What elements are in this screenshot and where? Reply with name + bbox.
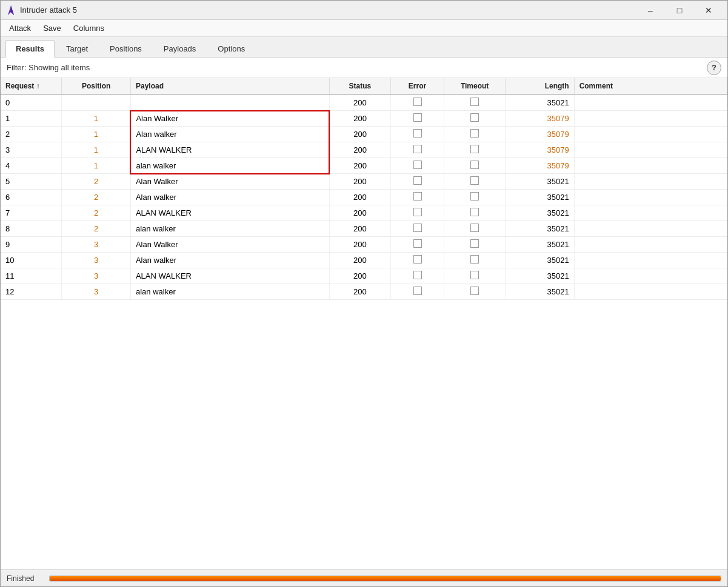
minimize-button[interactable]: – bbox=[636, 1, 664, 19]
cell-timeout bbox=[444, 127, 506, 142]
cell-request: 0 bbox=[1, 95, 62, 111]
cell-request: 12 bbox=[1, 284, 62, 300]
cell-payload bbox=[130, 95, 329, 111]
cell-status: 200 bbox=[329, 127, 390, 142]
tab-options[interactable]: Options bbox=[207, 40, 255, 57]
main-window: Intruder attack 5 – □ ✕ Attack Save Colu… bbox=[0, 0, 728, 587]
cell-error bbox=[390, 127, 444, 142]
cell-request: 8 bbox=[1, 221, 62, 237]
status-bar: Finished bbox=[1, 569, 727, 586]
progress-bar-fill bbox=[50, 576, 721, 581]
window-title: Intruder attack 5 bbox=[20, 5, 636, 15]
cell-payload: ALAN WALKER bbox=[130, 268, 329, 284]
cell-position: 2 bbox=[62, 174, 131, 190]
cell-request: 7 bbox=[1, 205, 62, 221]
menu-columns[interactable]: Columns bbox=[67, 21, 110, 35]
table-row[interactable]: 52Alan Walker20035021 bbox=[1, 174, 727, 190]
cell-length: 35021 bbox=[506, 253, 575, 268]
cell-position: 1 bbox=[62, 142, 131, 158]
tab-payloads[interactable]: Payloads bbox=[153, 40, 206, 57]
cell-error bbox=[390, 174, 444, 190]
cell-request: 6 bbox=[1, 190, 62, 205]
menu-save[interactable]: Save bbox=[37, 21, 67, 35]
cell-error bbox=[390, 111, 444, 127]
cell-error bbox=[390, 190, 444, 205]
table-header-row: Request ↑ Position Payload Status Error … bbox=[1, 78, 727, 95]
filter-bar: Filter: Showing all items ? bbox=[1, 58, 727, 78]
cell-comment bbox=[574, 174, 727, 190]
cell-position: 1 bbox=[62, 127, 131, 142]
table-row[interactable]: 21Alan walker20035079 bbox=[1, 127, 727, 142]
cell-comment bbox=[574, 127, 727, 142]
cell-length: 35021 bbox=[506, 95, 575, 111]
col-header-position[interactable]: Position bbox=[62, 78, 131, 95]
tab-target[interactable]: Target bbox=[56, 40, 98, 57]
cell-request: 2 bbox=[1, 127, 62, 142]
col-header-timeout[interactable]: Timeout bbox=[444, 78, 506, 95]
title-bar: Intruder attack 5 – □ ✕ bbox=[1, 1, 727, 20]
cell-position: 2 bbox=[62, 205, 131, 221]
cell-length: 35021 bbox=[506, 268, 575, 284]
cell-timeout bbox=[444, 174, 506, 190]
cell-status: 200 bbox=[329, 142, 390, 158]
cell-status: 200 bbox=[329, 268, 390, 284]
cell-status: 200 bbox=[329, 95, 390, 111]
results-table-container[interactable]: Request ↑ Position Payload Status Error … bbox=[1, 78, 727, 569]
cell-status: 200 bbox=[329, 253, 390, 268]
table-row[interactable]: 93Alan Walker20035021 bbox=[1, 237, 727, 253]
cell-error bbox=[390, 284, 444, 300]
cell-request: 9 bbox=[1, 237, 62, 253]
tab-positions[interactable]: Positions bbox=[99, 40, 152, 57]
table-row[interactable]: 72ALAN WALKER20035021 bbox=[1, 205, 727, 221]
cell-request: 10 bbox=[1, 253, 62, 268]
cell-length: 35021 bbox=[506, 284, 575, 300]
cell-timeout bbox=[444, 158, 506, 174]
cell-payload: Alan walker bbox=[130, 127, 329, 142]
table-row[interactable]: 82alan walker20035021 bbox=[1, 221, 727, 237]
cell-comment bbox=[574, 95, 727, 111]
cell-payload: alan walker bbox=[130, 158, 329, 174]
cell-position: 1 bbox=[62, 158, 131, 174]
app-icon bbox=[5, 5, 16, 16]
col-header-comment[interactable]: Comment bbox=[574, 78, 727, 95]
filter-help-button[interactable]: ? bbox=[707, 61, 721, 75]
cell-comment bbox=[574, 237, 727, 253]
cell-length: 35021 bbox=[506, 237, 575, 253]
table-row[interactable]: 11Alan Walker20035079 bbox=[1, 111, 727, 127]
cell-status: 200 bbox=[329, 158, 390, 174]
table-row[interactable]: 123alan walker20035021 bbox=[1, 284, 727, 300]
col-header-error[interactable]: Error bbox=[390, 78, 444, 95]
col-header-payload[interactable]: Payload bbox=[130, 78, 329, 95]
cell-status: 200 bbox=[329, 221, 390, 237]
svg-marker-1 bbox=[11, 5, 14, 15]
table-row[interactable]: 31ALAN WALKER20035079 bbox=[1, 142, 727, 158]
cell-timeout bbox=[444, 190, 506, 205]
cell-length: 35079 bbox=[506, 142, 575, 158]
col-header-request[interactable]: Request ↑ bbox=[1, 78, 62, 95]
col-header-length[interactable]: Length bbox=[506, 78, 575, 95]
table-row[interactable]: 113ALAN WALKER20035021 bbox=[1, 268, 727, 284]
col-header-status[interactable]: Status bbox=[329, 78, 390, 95]
table-row[interactable]: 020035021 bbox=[1, 95, 727, 111]
table-row[interactable]: 103Alan walker20035021 bbox=[1, 253, 727, 268]
cell-length: 35079 bbox=[506, 127, 575, 142]
cell-comment bbox=[574, 190, 727, 205]
cell-timeout bbox=[444, 284, 506, 300]
cell-timeout bbox=[444, 142, 506, 158]
cell-timeout bbox=[444, 221, 506, 237]
cell-request: 11 bbox=[1, 268, 62, 284]
cell-position: 3 bbox=[62, 268, 131, 284]
cell-length: 35079 bbox=[506, 158, 575, 174]
cell-position: 2 bbox=[62, 190, 131, 205]
cell-length: 35079 bbox=[506, 111, 575, 127]
menu-attack[interactable]: Attack bbox=[3, 21, 37, 35]
cell-comment bbox=[574, 205, 727, 221]
close-button[interactable]: ✕ bbox=[695, 1, 723, 19]
table-row[interactable]: 62Alan walker20035021 bbox=[1, 190, 727, 205]
table-row[interactable]: 41alan walker20035079 bbox=[1, 158, 727, 174]
cell-error bbox=[390, 237, 444, 253]
cell-comment bbox=[574, 284, 727, 300]
cell-position bbox=[62, 95, 131, 111]
tab-results[interactable]: Results bbox=[5, 40, 55, 58]
maximize-button[interactable]: □ bbox=[666, 1, 693, 19]
